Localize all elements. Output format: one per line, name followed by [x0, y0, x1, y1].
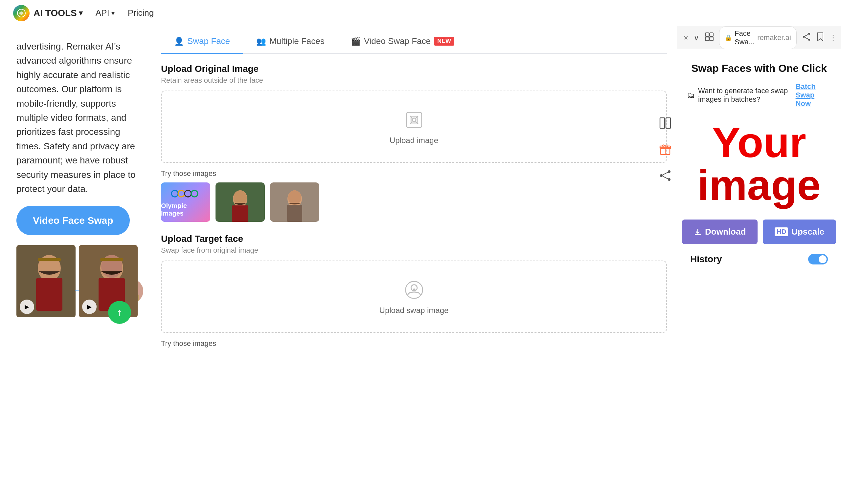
tab-video-swap-face[interactable]: 🎬 Video Swap Face NEW	[338, 30, 467, 54]
svg-point-15	[171, 190, 178, 197]
svg-rect-43	[709, 37, 713, 41]
upload-target-subtitle: Swap face from original image	[161, 246, 667, 255]
brand-name[interactable]: AI TOOLS ▾	[34, 8, 83, 18]
description-text: advertising. Remaker AI's advanced algor…	[16, 39, 138, 196]
upload-target-title: Upload Target face	[161, 234, 667, 244]
sample-woman2-image[interactable]	[270, 182, 319, 222]
svg-line-39	[663, 176, 668, 179]
logo-icon	[13, 5, 30, 21]
your-image-display: Your image	[687, 121, 831, 206]
try-original-label: Try those images	[161, 169, 667, 178]
svg-rect-5	[38, 258, 61, 261]
download-button[interactable]: Download	[682, 219, 758, 244]
svg-point-37	[668, 178, 670, 181]
play-button-right[interactable]: ▶	[82, 300, 97, 314]
tab-multiple-faces[interactable]: 👥 Multiple Faces	[243, 30, 338, 54]
svg-point-46	[808, 39, 810, 41]
new-badge: NEW	[434, 37, 454, 46]
browser-action-buttons: ⋮	[802, 32, 837, 43]
swap-face-icon: 👤	[174, 37, 184, 46]
history-toggle[interactable]	[808, 254, 828, 265]
api-menu[interactable]: API ▾	[96, 8, 115, 18]
browser-tab-title: Face Swa...	[735, 29, 755, 46]
svg-rect-25	[287, 205, 302, 222]
scroll-down-button[interactable]: ↑	[108, 301, 131, 324]
browser-sidebar-icons	[657, 115, 673, 184]
upscale-button[interactable]: HD Upscale	[763, 219, 836, 244]
sample-original-images: Olympic Images	[161, 182, 667, 222]
upload-original-subtitle: Retain areas outside of the face	[161, 76, 667, 85]
right-browser-header: × ∨ 🔒 Face Swa... remaker.ai	[677, 26, 841, 49]
tab-swap-face[interactable]: 👤 Swap Face	[161, 30, 243, 54]
preview-images-area: ▶ → ▶ ↑	[16, 245, 138, 317]
right-panel: × ∨ 🔒 Face Swa... remaker.ai	[677, 26, 841, 504]
svg-point-45	[808, 33, 810, 35]
multiple-faces-icon: 👥	[256, 37, 266, 46]
svg-rect-42	[705, 37, 709, 41]
sample-olympic-image[interactable]: Olympic Images	[161, 182, 210, 222]
svg-point-36	[668, 170, 670, 173]
browser-url: remaker.ai	[757, 34, 791, 42]
browser-share-button[interactable]	[802, 32, 811, 43]
left-panel: advertising. Remaker AI's advanced algor…	[0, 26, 151, 504]
upload-target-label: Upload swap image	[379, 306, 449, 315]
site-icon: 🔒	[725, 34, 732, 41]
upload-original-icon	[402, 108, 425, 131]
logo-area: AI TOOLS ▾	[13, 5, 83, 21]
pricing-link[interactable]: Pricing	[128, 8, 154, 18]
browser-chevron-button[interactable]: ∨	[693, 33, 699, 42]
svg-point-35	[660, 174, 663, 177]
action-buttons-row: Download HD Upscale	[687, 219, 831, 244]
share-right-icon[interactable]	[657, 167, 673, 184]
svg-point-29	[413, 289, 415, 291]
api-chevron: ▾	[111, 9, 115, 17]
history-label: History	[690, 254, 722, 265]
top-navigation: AI TOOLS ▾ API ▾ Pricing	[0, 0, 841, 26]
svg-rect-30	[660, 118, 665, 128]
upload-target-section: Upload Target face Swap face from origin…	[161, 234, 667, 348]
browser-more-button[interactable]: ⋮	[829, 34, 837, 42]
center-panel: 👤 Swap Face 👥 Multiple Faces 🎬 Video Swa…	[151, 26, 677, 504]
split-view-icon[interactable]	[657, 115, 673, 131]
your-label: Your	[687, 121, 831, 164]
tabs-bar: 👤 Swap Face 👥 Multiple Faces 🎬 Video Swa…	[161, 26, 667, 54]
video-face-swap-button[interactable]: Video Face Swap	[16, 206, 130, 235]
svg-rect-21	[232, 205, 248, 222]
sample-woman1-image[interactable]	[216, 182, 265, 222]
video-icon: 🎬	[351, 37, 361, 46]
svg-point-14	[412, 118, 416, 121]
olympic-label: Olympic Images	[161, 202, 210, 217]
right-content-area: Swap Faces with One Click 🗂 Want to gene…	[677, 49, 841, 504]
svg-rect-40	[705, 33, 709, 36]
batch-icon: 🗂	[687, 91, 695, 100]
batch-text: Want to generate face swap images in bat…	[698, 87, 792, 104]
upload-target-zone[interactable]: Upload swap image	[161, 260, 667, 333]
svg-point-26	[288, 190, 301, 205]
browser-tabs-icon[interactable]	[705, 32, 714, 43]
svg-point-18	[191, 190, 198, 197]
history-row: History	[687, 254, 831, 265]
upload-original-title: Upload Original Image	[161, 64, 667, 74]
batch-swap-link[interactable]: Batch Swap Now	[796, 83, 831, 108]
upload-original-label: Upload image	[390, 136, 438, 145]
image-label: image	[687, 164, 831, 206]
svg-point-16	[178, 190, 185, 197]
batch-swap-row: 🗂 Want to generate face swap images in b…	[687, 83, 831, 108]
upload-target-icon	[402, 278, 425, 301]
try-target-label: Try those images	[161, 339, 667, 348]
browser-close-button[interactable]: ×	[684, 32, 688, 43]
main-content-area: advertising. Remaker AI's advanced algor…	[0, 26, 841, 504]
svg-point-22	[234, 190, 247, 205]
right-panel-title: Swap Faces with One Click	[687, 62, 831, 74]
upload-original-section: Upload Original Image Retain areas outsi…	[161, 64, 667, 222]
svg-line-48	[805, 37, 808, 39]
brand-chevron: ▾	[79, 9, 83, 17]
svg-rect-41	[709, 33, 713, 36]
gift-icon[interactable]	[657, 141, 673, 158]
play-button-left[interactable]: ▶	[20, 300, 34, 314]
svg-point-17	[185, 190, 191, 197]
svg-rect-12	[100, 258, 123, 261]
browser-bookmark-button[interactable]	[817, 32, 824, 43]
svg-line-47	[805, 34, 808, 36]
upload-original-zone[interactable]: Upload image	[161, 91, 667, 163]
